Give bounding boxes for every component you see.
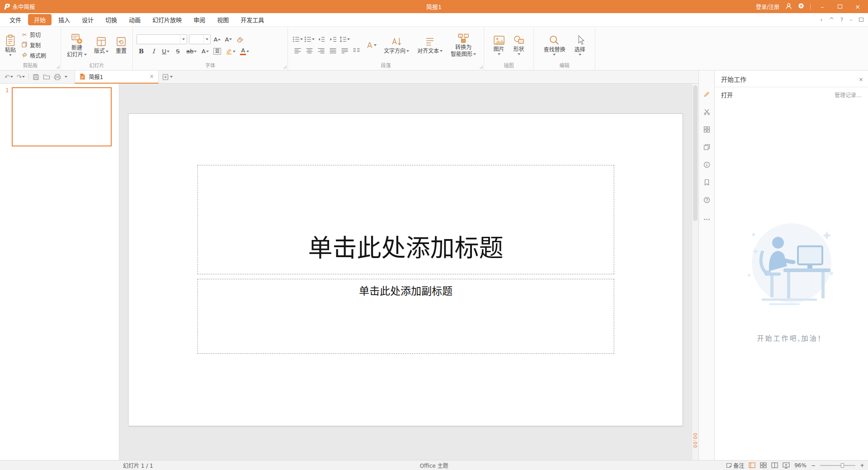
change-case-button[interactable]: A (200, 47, 210, 56)
select-button[interactable]: 选择 (572, 33, 588, 56)
text-effect-button[interactable] (365, 40, 377, 50)
new-slide-button[interactable]: 新建 幻灯片 (64, 32, 90, 59)
menu-design[interactable]: 设计 (76, 14, 99, 26)
slide-sorter-view-button[interactable] (760, 462, 767, 468)
login-link[interactable]: 登录/注册 (756, 3, 779, 10)
zoom-slider-thumb[interactable] (841, 463, 844, 468)
reset-button[interactable]: 重置 (113, 35, 129, 55)
grow-font-button[interactable]: A (212, 35, 222, 44)
bookmark-icon[interactable] (703, 179, 710, 186)
menu-animation[interactable]: 动画 (123, 14, 146, 26)
align-text-button[interactable]: 对齐文本 (415, 35, 445, 55)
slideshow-button[interactable] (783, 462, 790, 469)
window-minimize-button[interactable]: – (816, 0, 828, 13)
menu-slideshow[interactable]: 幻灯片放映 (146, 14, 188, 26)
doc-minimize-button[interactable]: – (850, 16, 853, 23)
apps-grid-icon[interactable] (703, 126, 710, 133)
save-button[interactable] (31, 70, 41, 83)
cut-button[interactable]: ✂剪切 (19, 30, 48, 39)
shapes-button[interactable]: 形状 (510, 34, 528, 56)
text-direction-button[interactable]: 文字方向 (381, 35, 412, 55)
underline-button[interactable]: U (161, 47, 170, 56)
collapse-ribbon-icon[interactable]: ^ (829, 16, 834, 23)
highlight-color-button[interactable] (225, 47, 236, 56)
menu-review[interactable]: 审阅 (188, 14, 211, 26)
format-painter-button[interactable]: 格式刷 (19, 51, 48, 60)
tab-close-icon[interactable]: × (149, 73, 154, 80)
align-left-button[interactable] (292, 47, 303, 55)
help-circle-icon[interactable] (703, 196, 710, 203)
clear-format-button[interactable] (235, 35, 245, 44)
columns-button[interactable] (351, 47, 362, 55)
undo-button[interactable]: ↶ (3, 70, 15, 83)
slide[interactable]: 单击此处添加标题 单击此处添加副标题 (128, 113, 683, 426)
notes-toggle[interactable]: 备注 (726, 461, 744, 469)
dropdown-arrow[interactable] (203, 35, 210, 44)
slide-thumbnail[interactable] (12, 87, 112, 146)
scrollbar-thumb[interactable] (693, 85, 698, 221)
zoom-in-button[interactable]: + (860, 462, 864, 469)
vertical-scrollbar[interactable]: 00:00 (692, 84, 698, 460)
dialog-launcher[interactable] (283, 66, 286, 68)
find-replace-button[interactable]: 查找替换 (541, 33, 568, 56)
italic-button[interactable]: I (149, 47, 158, 56)
copy-button[interactable]: 复制 (19, 41, 48, 49)
font-color-button[interactable]: A (239, 47, 250, 56)
reading-view-button[interactable] (771, 462, 778, 468)
dialog-launcher[interactable] (480, 66, 482, 68)
open-button[interactable] (41, 70, 52, 83)
menu-view[interactable]: 视图 (211, 14, 235, 26)
picture-button[interactable]: 图片 (491, 34, 508, 56)
subtitle-placeholder[interactable]: 单击此处添加副标题 (198, 279, 614, 354)
menu-transition[interactable]: 切换 (99, 14, 123, 26)
menu-home[interactable]: 开始 (28, 14, 52, 25)
window-close-button[interactable]: × (852, 0, 863, 13)
zoom-slider[interactable] (820, 465, 855, 466)
new-tab-button[interactable] (159, 74, 176, 80)
dialog-launcher[interactable] (57, 66, 59, 68)
layout-button[interactable]: 版式 (91, 35, 111, 55)
open-link[interactable]: 打开 (721, 90, 733, 99)
bold-button[interactable]: B (137, 47, 146, 56)
dropdown-arrow[interactable] (180, 35, 187, 44)
menu-file[interactable]: 文件 (4, 14, 27, 26)
decrease-indent-button[interactable] (316, 35, 326, 44)
paste-button[interactable]: 粘贴 (2, 33, 19, 57)
manage-records-link[interactable]: 管理记录… (835, 91, 862, 99)
font-name-combo[interactable] (137, 34, 187, 44)
normal-view-button[interactable] (749, 462, 755, 468)
edit-pencil-icon[interactable] (703, 90, 710, 98)
line-spacing-button[interactable] (340, 35, 350, 44)
align-right-button[interactable] (316, 47, 326, 55)
justify-button[interactable] (328, 47, 338, 55)
nav-back-icon[interactable]: ‹ (820, 16, 822, 23)
more-icon[interactable] (703, 216, 710, 223)
numbering-button[interactable] (304, 35, 315, 44)
font-size-combo[interactable] (189, 34, 211, 44)
redo-button[interactable]: ↷ (15, 70, 27, 83)
subscript-button[interactable]: ab (185, 47, 198, 56)
doc-restore-button[interactable] (859, 16, 863, 23)
char-border-button[interactable]: 亚 (212, 47, 222, 56)
convert-smartart-button[interactable]: 转换为 智能图形 (448, 32, 479, 58)
print-button[interactable] (52, 70, 63, 83)
help-icon[interactable]: ? (840, 16, 844, 23)
align-center-button[interactable] (304, 47, 315, 55)
strikethrough-button[interactable]: S (173, 47, 183, 56)
scissors-icon[interactable] (703, 108, 710, 115)
increase-indent-button[interactable] (328, 35, 338, 44)
bullets-button[interactable] (292, 35, 303, 44)
shrink-font-button[interactable]: A (224, 35, 233, 44)
distribute-button[interactable] (340, 47, 350, 55)
pane-close-icon[interactable]: × (859, 76, 863, 83)
windows-overlap-icon[interactable] (703, 143, 710, 150)
menu-insert[interactable]: 插入 (52, 14, 76, 26)
zoom-out-button[interactable]: − (811, 462, 816, 469)
window-restore-button[interactable] (834, 0, 846, 13)
document-tab[interactable]: 简报1 × (75, 70, 159, 84)
customize-toolbar-button[interactable] (63, 70, 69, 83)
account-icon[interactable] (785, 3, 792, 11)
settings-gear-icon[interactable] (798, 3, 804, 10)
menu-devtools[interactable]: 开发工具 (235, 14, 270, 26)
title-placeholder[interactable]: 单击此处添加标题 (198, 165, 614, 274)
